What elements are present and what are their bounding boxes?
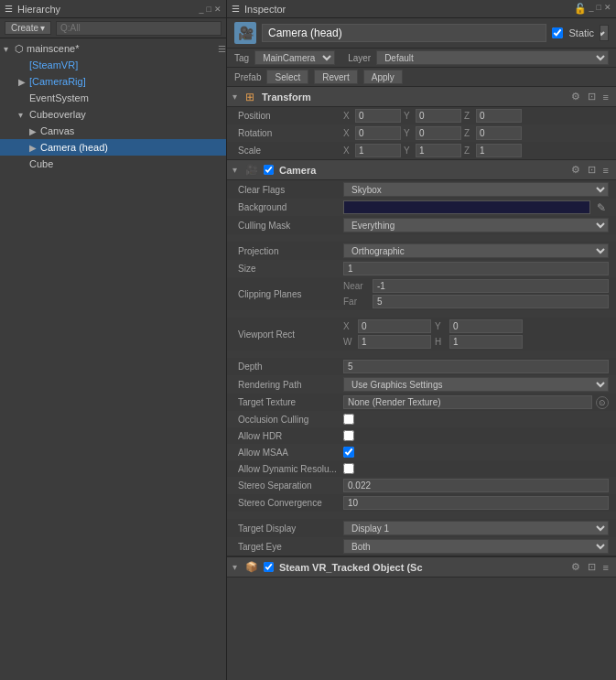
allow-dynamic-checkbox[interactable]: [343, 463, 354, 474]
vp-h-input[interactable]: [449, 335, 523, 349]
camera-head-label: Camera (head): [40, 142, 108, 153]
background-color-edit-icon[interactable]: ✎: [594, 201, 609, 214]
vp-y-input[interactable]: [449, 319, 523, 333]
background-color-swatch[interactable]: [343, 200, 590, 214]
size-input[interactable]: [343, 262, 609, 275]
transform-component-header[interactable]: ▾ ⊞ Transform ⚙ ⊡ ≡: [227, 87, 616, 107]
rotation-label: Rotation: [238, 128, 343, 138]
pos-z-input[interactable]: [476, 109, 522, 123]
select-button[interactable]: Select: [266, 70, 308, 84]
target-texture-input[interactable]: [343, 395, 592, 409]
vp-h-label: H: [435, 337, 446, 347]
hierarchy-search-input[interactable]: [56, 21, 222, 36]
tree-item-cubeoverlay[interactable]: ▾ Cubeoverlay: [0, 106, 226, 123]
allow-hdr-value: [343, 430, 609, 441]
camera-settings-icon[interactable]: ⚙: [569, 164, 582, 176]
tree-item-camerarig[interactable]: ▶ [CameraRig]: [0, 73, 226, 90]
stereo-separation-value: [343, 479, 609, 492]
target-texture-label: Target Texture: [238, 397, 343, 407]
transform-menu-icon[interactable]: ≡: [601, 92, 611, 103]
rot-y-input[interactable]: [416, 126, 461, 140]
size-label: Size: [238, 264, 343, 274]
occlusion-culling-label: Occlusion Culling: [238, 415, 343, 425]
apply-button[interactable]: Apply: [363, 70, 403, 84]
scale-x-input[interactable]: [355, 144, 401, 157]
steamvr-expand-icon[interactable]: ⊡: [586, 561, 598, 573]
transform-expand-icon[interactable]: ⊡: [586, 91, 598, 103]
inspector-title: Inspector: [244, 4, 286, 15]
target-eye-dropdown[interactable]: Both: [343, 539, 609, 554]
tree-item-steamvr[interactable]: ▶ [SteamVR]: [0, 57, 226, 73]
tag-dropdown[interactable]: MainCamera: [254, 50, 335, 65]
depth-input[interactable]: [343, 360, 609, 373]
pos-y-input[interactable]: [416, 109, 461, 123]
projection-dropdown[interactable]: Orthographic: [343, 243, 609, 258]
camerarig-label: [CameraRig]: [29, 76, 86, 87]
stereo-separation-label: Stereo Separation: [238, 480, 343, 491]
stereo-separation-input[interactable]: [343, 479, 609, 492]
position-label: Position: [238, 111, 343, 121]
tree-item-cube[interactable]: ▶ Cube: [0, 156, 226, 172]
spacer-4: [227, 512, 616, 519]
pos-x-input[interactable]: [355, 109, 401, 123]
rot-x-input[interactable]: [355, 126, 401, 140]
object-name-input[interactable]: [262, 24, 546, 42]
object-icon: 🎥: [234, 22, 256, 44]
tag-label: Tag: [234, 53, 249, 63]
allow-msaa-checkbox[interactable]: [343, 447, 354, 458]
hierarchy-options-icon[interactable]: ☰: [218, 44, 226, 54]
static-dropdown[interactable]: ▾: [600, 25, 609, 41]
allow-hdr-checkbox[interactable]: [343, 430, 354, 441]
inspector-minimize[interactable]: _: [589, 3, 594, 15]
tree-item-canvas[interactable]: ▶ Canvas: [0, 123, 226, 139]
vp-w-input[interactable]: [358, 335, 431, 349]
vp-x-input[interactable]: [358, 319, 431, 333]
stereo-convergence-input[interactable]: [343, 496, 609, 510]
tree-item-mainscene[interactable]: ▾ ⬡ Camera (head) mainscene* ☰: [0, 40, 226, 57]
far-label: Far: [343, 297, 369, 307]
near-input[interactable]: [373, 279, 609, 293]
steamvr-component-header[interactable]: ▾ 📦 Steam VR_Tracked Object (Sc ⚙ ⊡ ≡: [227, 556, 616, 577]
static-checkbox[interactable]: [552, 27, 563, 38]
transform-title: Transform: [262, 92, 566, 103]
clear-flags-dropdown[interactable]: Skybox: [343, 182, 609, 197]
tree-item-eventsystem[interactable]: ▶ EventSystem: [0, 90, 226, 106]
scale-z-input[interactable]: [476, 144, 522, 157]
steamvr-menu-icon[interactable]: ≡: [601, 562, 611, 573]
inspector-maximize[interactable]: □: [597, 3, 601, 15]
revert-button[interactable]: Revert: [314, 70, 357, 84]
create-button[interactable]: Create ▾: [5, 21, 51, 35]
rendering-path-dropdown[interactable]: Use Graphics Settings: [343, 377, 609, 392]
hierarchy-maximize[interactable]: □: [207, 5, 211, 14]
culling-mask-dropdown[interactable]: Everything: [343, 218, 609, 232]
scale-y-input[interactable]: [416, 144, 461, 157]
layer-dropdown[interactable]: Default: [376, 50, 609, 65]
camera-menu-icon[interactable]: ≡: [601, 165, 611, 176]
size-value: [343, 262, 609, 275]
camera-component-header[interactable]: ▾ 🎥 Camera ⚙ ⊡ ≡: [227, 160, 616, 180]
rot-z-input[interactable]: [476, 126, 522, 140]
steamvr-enable-checkbox[interactable]: [264, 562, 274, 572]
target-display-dropdown[interactable]: Display 1: [343, 521, 609, 535]
inspector-lock-icon[interactable]: 🔓: [574, 3, 587, 15]
hierarchy-header: ☰ Hierarchy _ □ ✕: [0, 0, 226, 18]
layer-label: Layer: [348, 53, 371, 63]
steamvr-settings-icon[interactable]: ⚙: [569, 561, 582, 573]
steamvr-title: Steam VR_Tracked Object (Sc: [279, 562, 566, 573]
mainscene-arrow-icon: ▾: [4, 44, 15, 54]
hierarchy-panel: ☰ Hierarchy _ □ ✕ Create ▾ ▾ ⬡ Camera (h…: [0, 0, 227, 680]
hierarchy-close[interactable]: ✕: [214, 5, 222, 14]
allow-msaa-row: Allow MSAA: [227, 444, 616, 460]
occlusion-culling-checkbox[interactable]: [343, 414, 354, 425]
tree-item-camera-head[interactable]: ▶ Camera (head): [0, 139, 226, 156]
target-texture-pick-icon[interactable]: ⊙: [596, 396, 609, 409]
camera-expand-icon[interactable]: ⊡: [586, 164, 598, 176]
allow-msaa-label: Allow MSAA: [238, 448, 343, 458]
transform-settings-icon[interactable]: ⚙: [569, 91, 582, 103]
camera-enable-checkbox[interactable]: [264, 165, 274, 175]
inspector-close[interactable]: ✕: [604, 3, 611, 15]
far-input[interactable]: [373, 295, 609, 308]
steamvr-comp-arrow-icon: ▾: [232, 562, 242, 572]
hierarchy-minimize[interactable]: _: [200, 5, 204, 14]
rendering-path-row: Rendering Path Use Graphics Settings: [227, 375, 616, 394]
